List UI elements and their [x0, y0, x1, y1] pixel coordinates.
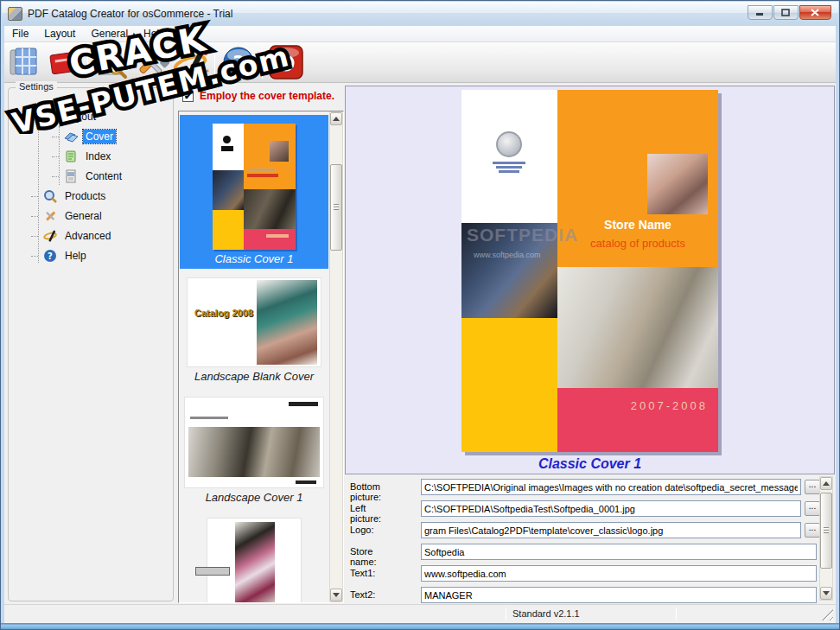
scroll-up-button[interactable] [330, 112, 342, 125]
maximize-icon [781, 9, 791, 17]
export-pdf-button[interactable] [44, 43, 84, 81]
thumb-photo-woman [257, 280, 317, 365]
cover-preview: Store Name catalog of products 2007-2008… [461, 90, 718, 452]
tree-item-label: Help [62, 249, 89, 263]
thumb-photo-man [213, 170, 244, 210]
tree-item-label: Layout [62, 110, 99, 124]
template-item-classic-cover-1[interactable]: Classic Cover 1 [180, 115, 328, 269]
template-thumbnail [184, 397, 324, 488]
thumb-photo-office [188, 427, 320, 477]
tree-item-products[interactable]: Products [31, 187, 108, 206]
template-thumbnail [207, 518, 302, 603]
advanced-icon [42, 229, 58, 243]
content-icon [63, 169, 79, 183]
tree-item-cover[interactable]: Cover [52, 127, 116, 146]
tools-icon [132, 45, 170, 80]
preview-icon [94, 45, 129, 80]
scroll-up-button[interactable] [820, 477, 832, 490]
index-icon [63, 150, 79, 163]
cover-preview-area: Store Name catalog of products 2007-2008… [345, 86, 835, 474]
help-icon: ? [221, 45, 256, 80]
main-area: Settings Layout Cover Index [4, 83, 836, 604]
app-window: PDF Catalog Creator for osCommerce - Tri… [0, 0, 840, 630]
products-icon [42, 189, 58, 203]
scroll-down-button[interactable] [330, 589, 342, 601]
scrollbar-thumb[interactable] [820, 493, 832, 569]
preview-button[interactable] [92, 43, 131, 81]
menu-general[interactable]: General [83, 26, 136, 41]
cover-icon [63, 130, 79, 143]
tree-item-content[interactable]: Content [52, 167, 124, 186]
settings-tools-button[interactable] [131, 43, 171, 81]
triangle-up-icon [823, 481, 830, 486]
bottom-picture-label: Bottom picture: [350, 481, 381, 502]
left-picture-field[interactable] [421, 500, 801, 517]
template-item-partial[interactable] [180, 514, 328, 603]
menu-layout[interactable]: Layout [36, 26, 83, 41]
employ-template-label: Employ the cover template. [200, 90, 334, 102]
scroll-down-button[interactable] [820, 587, 832, 600]
maximize-button[interactable] [773, 5, 799, 20]
triangle-down-icon [823, 591, 830, 595]
settings-panel: Settings Layout Cover Index [8, 87, 174, 601]
thumb-photo-team [244, 189, 296, 229]
employ-template-checkbox[interactable]: ✔ [182, 91, 194, 102]
catalog-icon [7, 45, 41, 80]
exit-button[interactable] [266, 43, 306, 81]
tree-item-general[interactable]: General [31, 207, 105, 226]
template-caption: Landscape Blank Cover [180, 370, 328, 383]
resize-grip[interactable] [822, 609, 833, 620]
status-version: Standard v2.1.1 [512, 608, 580, 619]
menu-file[interactable]: File [4, 26, 36, 41]
template-caption: Landscape Cover 1 [180, 491, 328, 504]
cover-form: Bottom picture: ... Left picture: ... Lo… [345, 476, 835, 602]
tree-item-layout[interactable]: Layout [31, 107, 99, 126]
menu-help[interactable]: Help [136, 26, 173, 41]
status-bar: Standard v2.1.1 [4, 604, 836, 623]
wizard-button[interactable] [171, 43, 211, 81]
store-name-field[interactable] [421, 544, 817, 560]
cover-small-picture [647, 154, 708, 214]
template-list: Classic Cover 1 Catalog 2008 Landscape B… [178, 111, 344, 603]
logo-label: Logo: [350, 525, 374, 535]
bottom-picture-field[interactable] [421, 479, 801, 495]
close-icon [811, 9, 820, 17]
window-bottom-edge [1, 623, 839, 629]
title-bar[interactable]: PDF Catalog Creator for osCommerce - Tri… [2, 2, 838, 26]
scrollbar-thumb[interactable] [330, 164, 342, 251]
tree-item-label: General [62, 209, 105, 223]
toolbar-separator [214, 46, 215, 79]
tree-item-help[interactable]: ? Help [31, 246, 89, 265]
triangle-up-icon [333, 117, 340, 121]
logo-field[interactable] [421, 522, 801, 538]
settings-tree: Layout Cover Index Content [12, 99, 169, 597]
catalog-button[interactable] [4, 43, 44, 81]
svg-text:?: ? [48, 251, 53, 261]
logo-browse-button[interactable]: ... [805, 523, 820, 538]
help-button[interactable]: ? [219, 43, 258, 81]
text1-field[interactable] [421, 565, 817, 582]
layout-icon [42, 110, 58, 124]
toolbar: ? [4, 42, 836, 83]
text2-field[interactable] [421, 587, 817, 603]
text1-label: Text1: [350, 568, 375, 578]
svg-text:?: ? [233, 52, 245, 73]
export-pdf-icon [47, 45, 81, 80]
triangle-down-icon [333, 593, 340, 597]
tree-item-index[interactable]: Index [52, 147, 113, 166]
photo-watermark: SOFTPEDIA [467, 225, 578, 245]
tree-item-advanced[interactable]: Advanced [31, 226, 113, 245]
close-button[interactable] [799, 5, 831, 20]
left-picture-browse-button[interactable]: ... [805, 501, 820, 516]
power-icon [268, 44, 304, 80]
template-item-landscape-cover-1[interactable]: Landscape Cover 1 [180, 395, 328, 511]
bottom-picture-browse-button[interactable]: ... [805, 480, 820, 494]
minimize-button[interactable] [748, 5, 773, 20]
store-name-label: Store name: [350, 546, 377, 567]
minimize-icon [755, 9, 765, 16]
thumb-photo-woman [235, 522, 275, 603]
magic-wand-icon [171, 45, 211, 80]
general-icon [42, 209, 58, 223]
thumb-photo-woman [270, 141, 289, 162]
template-item-landscape-blank-cover[interactable]: Catalog 2008 Landscape Blank Cover [180, 274, 328, 390]
